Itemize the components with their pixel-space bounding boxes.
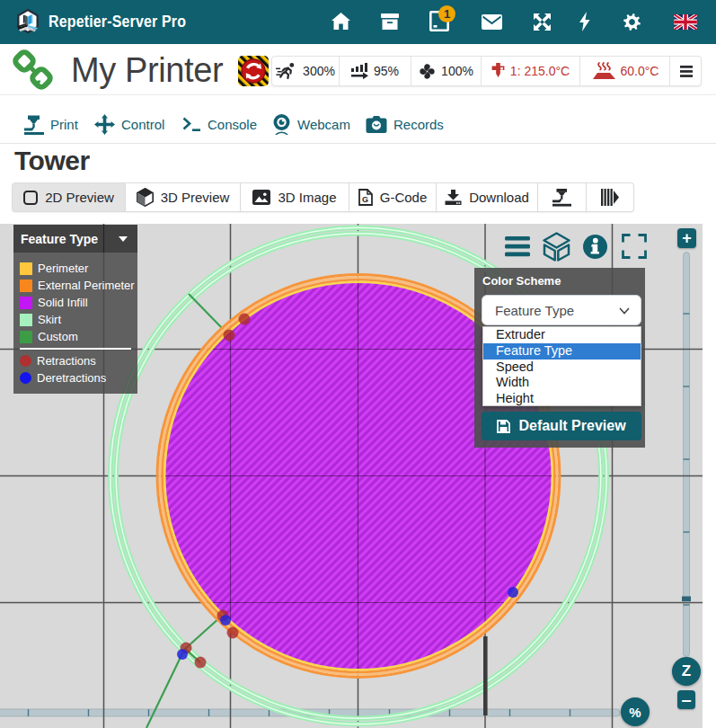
svg-text:G: G (362, 195, 368, 204)
